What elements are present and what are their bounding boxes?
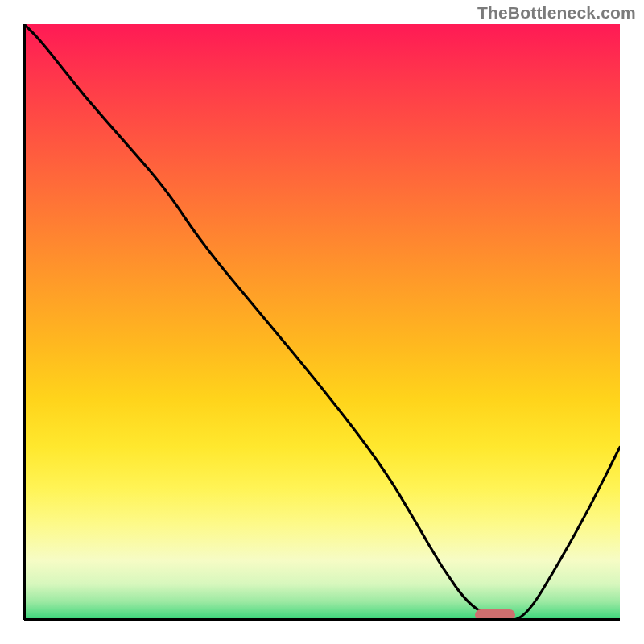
- plot-area: [24, 24, 620, 620]
- optimal-marker: [475, 609, 515, 621]
- attribution-text: TheBottleneck.com: [477, 3, 636, 23]
- bottleneck-curve: [24, 24, 620, 620]
